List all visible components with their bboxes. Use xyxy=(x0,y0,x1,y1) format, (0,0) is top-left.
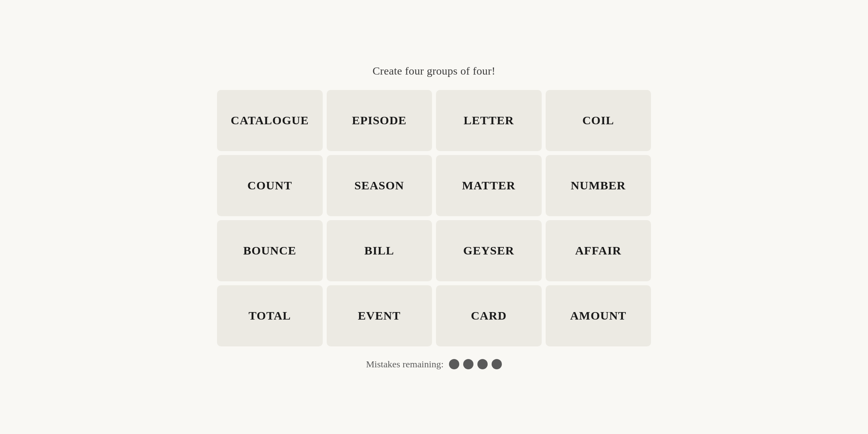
word-text-geyser: GEYSER xyxy=(463,244,514,257)
word-card-catalogue[interactable]: CATALOGUE xyxy=(217,90,323,151)
mistake-dot-1 xyxy=(449,359,459,369)
word-text-number: NUMBER xyxy=(571,179,626,192)
mistakes-dots xyxy=(449,359,502,369)
word-card-event[interactable]: EVENT xyxy=(327,285,432,346)
word-text-bounce: BOUNCE xyxy=(243,244,296,257)
word-card-bill[interactable]: BILL xyxy=(327,220,432,281)
word-card-matter[interactable]: MATTER xyxy=(436,155,542,216)
word-text-total: TOTAL xyxy=(249,309,291,322)
game-container: Create four groups of four! CATALOGUEEPI… xyxy=(217,65,651,370)
word-text-episode: EPISODE xyxy=(352,114,407,127)
word-text-bill: BILL xyxy=(364,244,394,257)
word-text-count: COUNT xyxy=(247,179,292,192)
word-grid: CATALOGUEEPISODELETTERCOILCOUNTSEASONMAT… xyxy=(217,90,651,346)
word-text-affair: AFFAIR xyxy=(575,244,621,257)
word-card-count[interactable]: COUNT xyxy=(217,155,323,216)
word-text-card: CARD xyxy=(471,309,507,322)
mistake-dot-4 xyxy=(492,359,502,369)
word-text-event: EVENT xyxy=(358,309,400,322)
word-card-season[interactable]: SEASON xyxy=(327,155,432,216)
word-card-card[interactable]: CARD xyxy=(436,285,542,346)
word-text-letter: LETTER xyxy=(464,114,514,127)
word-text-season: SEASON xyxy=(354,179,404,192)
mistakes-label: Mistakes remaining: xyxy=(366,359,444,370)
word-card-episode[interactable]: EPISODE xyxy=(327,90,432,151)
mistake-dot-3 xyxy=(477,359,488,369)
word-card-geyser[interactable]: GEYSER xyxy=(436,220,542,281)
word-card-affair[interactable]: AFFAIR xyxy=(546,220,651,281)
word-card-letter[interactable]: LETTER xyxy=(436,90,542,151)
word-card-amount[interactable]: AMOUNT xyxy=(546,285,651,346)
word-card-number[interactable]: NUMBER xyxy=(546,155,651,216)
word-text-catalogue: CATALOGUE xyxy=(231,114,309,127)
word-card-bounce[interactable]: BOUNCE xyxy=(217,220,323,281)
word-card-total[interactable]: TOTAL xyxy=(217,285,323,346)
word-text-amount: AMOUNT xyxy=(570,309,627,322)
subtitle: Create four groups of four! xyxy=(372,65,495,77)
word-text-coil: COIL xyxy=(582,114,614,127)
word-text-matter: MATTER xyxy=(462,179,515,192)
mistakes-area: Mistakes remaining: xyxy=(366,359,502,370)
mistake-dot-2 xyxy=(463,359,473,369)
word-card-coil[interactable]: COIL xyxy=(546,90,651,151)
